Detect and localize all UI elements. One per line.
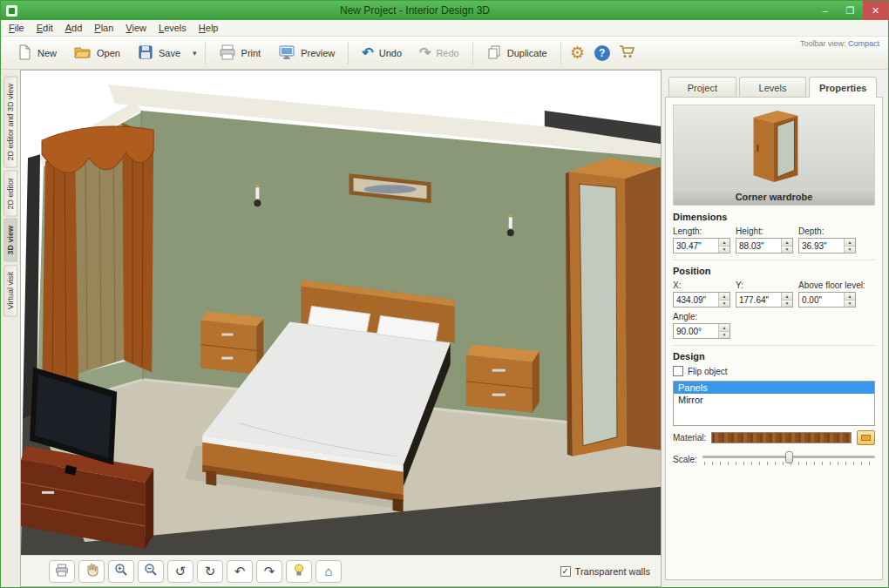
x-label: X: <box>673 280 730 290</box>
corner-wardrobe[interactable] <box>566 158 661 456</box>
pan-button[interactable] <box>78 560 105 583</box>
duplicate-button[interactable]: Duplicate <box>478 41 556 65</box>
afl-spin-down[interactable]: ▼ <box>845 300 855 308</box>
save-button[interactable]: Save <box>129 41 189 65</box>
main-toolbar: New Open Save ▾ Print Preview <box>1 37 888 70</box>
open-button[interactable]: Open <box>65 42 129 64</box>
tab-project[interactable]: Project <box>668 77 736 98</box>
store-button[interactable] <box>614 41 639 65</box>
gear-icon: ⚙ <box>570 43 585 63</box>
list-item-panels[interactable]: Panels <box>674 382 874 394</box>
viewport: ↺ ↻ ↶ ↷ ⌂ <box>20 70 662 587</box>
toolbar-view-link[interactable]: Compact <box>848 39 879 48</box>
nightstand-left[interactable] <box>200 311 263 374</box>
rotate-right-button[interactable]: ↻ <box>197 560 223 583</box>
zoom-out-button[interactable] <box>138 560 164 583</box>
orbit-right-icon: ↷ <box>264 564 275 579</box>
menu-levels[interactable]: Levels <box>153 21 193 35</box>
hand-icon <box>85 563 98 579</box>
redo-button[interactable]: ↷ Redo <box>411 43 468 64</box>
length-input[interactable] <box>674 239 718 253</box>
material-swatch[interactable] <box>711 432 852 443</box>
x-spin-down[interactable]: ▼ <box>719 300 730 308</box>
angle-label: Angle: <box>673 312 730 321</box>
help-button[interactable]: ? <box>590 41 614 65</box>
y-label: Y: <box>736 280 793 290</box>
depth-spin-up[interactable]: ▲ <box>845 239 855 246</box>
undo-button[interactable]: ↶ Undo <box>353 43 411 64</box>
toolbar-separator <box>560 42 561 64</box>
angle-spin-up[interactable]: ▲ <box>719 324 730 331</box>
minimize-button[interactable]: – <box>812 1 838 20</box>
length-spin-up[interactable]: ▲ <box>719 239 730 246</box>
tab-properties[interactable]: Properties <box>809 77 877 98</box>
properties-panel: Corner wardrobe Dimensions Length: ▲▼ <box>665 97 883 580</box>
duplicate-pages-icon <box>486 44 502 62</box>
light-bulb-icon <box>292 563 306 579</box>
save-dropdown-arrow[interactable]: ▾ <box>189 45 200 61</box>
orbit-left-button[interactable]: ↶ <box>227 560 253 583</box>
slider-thumb[interactable] <box>785 451 793 463</box>
y-spin-up[interactable]: ▲ <box>782 293 792 300</box>
transparent-walls-checkbox[interactable]: ✓ <box>560 566 571 577</box>
angle-input[interactable] <box>674 324 718 338</box>
toolbar-separator <box>472 42 473 64</box>
depth-spin-down[interactable]: ▼ <box>845 246 855 253</box>
nightstand-right[interactable] <box>466 345 540 413</box>
print-button[interactable]: Print <box>210 41 270 65</box>
angle-spin-down[interactable]: ▼ <box>719 331 730 339</box>
tab-levels[interactable]: Levels <box>739 77 807 98</box>
toolbar-view-setting: Toolbar view: Compact <box>800 39 879 48</box>
toolbar-separator <box>205 42 206 64</box>
3d-scene <box>21 71 661 555</box>
menu-plan[interactable]: Plan <box>88 21 119 35</box>
transparent-walls-option[interactable]: ✓ Transparent walls <box>560 566 650 577</box>
app-window: New Project - Interior Design 3D – ❐ ✕ F… <box>0 0 889 588</box>
y-input[interactable] <box>736 293 781 307</box>
maximize-button[interactable]: ❐ <box>838 1 863 20</box>
afl-spin-up[interactable]: ▲ <box>845 293 855 300</box>
x-spin-up[interactable]: ▲ <box>719 293 730 300</box>
menu-edit[interactable]: Edit <box>31 21 59 35</box>
menu-add[interactable]: Add <box>59 21 89 35</box>
flip-object-checkbox[interactable] <box>673 366 683 376</box>
flip-object-option[interactable]: Flip object <box>673 366 875 376</box>
depth-input[interactable] <box>799 239 844 253</box>
tab-2d-editor[interactable]: 2D editor <box>3 171 17 217</box>
design-section: Design Flip object Panels Mirror Materia… <box>673 345 875 469</box>
preview-button[interactable]: Preview <box>269 41 343 65</box>
orbit-right-button[interactable]: ↷ <box>256 560 282 583</box>
close-button[interactable]: ✕ <box>863 1 888 20</box>
rotate-left-button[interactable]: ↺ <box>167 560 193 583</box>
curtains[interactable] <box>42 123 153 399</box>
height-input[interactable] <box>736 239 781 253</box>
settings-button[interactable]: ⚙ <box>566 41 590 65</box>
window-title: New Project - Interior Design 3D <box>17 4 812 17</box>
lighting-button[interactable] <box>286 560 312 583</box>
scale-slider[interactable] <box>702 449 875 469</box>
home-view-button[interactable]: ⌂ <box>316 560 342 583</box>
tab-2d-editor-and-3d-view[interactable]: 2D editor and 3D view <box>3 77 17 168</box>
print-view-button[interactable] <box>49 560 75 583</box>
x-input[interactable] <box>674 293 718 307</box>
length-spin-down[interactable]: ▼ <box>719 246 730 253</box>
menu-bar: File Edit Add Plan View Levels Help <box>1 20 888 37</box>
list-item-mirror[interactable]: Mirror <box>674 394 874 406</box>
above-floor-level-input[interactable] <box>799 293 844 307</box>
menu-view[interactable]: View <box>119 21 153 35</box>
save-disk-icon <box>138 44 153 62</box>
height-spin-down[interactable]: ▼ <box>782 246 792 253</box>
printer-icon <box>55 564 69 579</box>
zoom-in-button[interactable] <box>108 560 134 583</box>
material-browse-button[interactable] <box>857 430 875 445</box>
menu-help[interactable]: Help <box>193 21 225 35</box>
height-spin-up[interactable]: ▲ <box>782 239 792 246</box>
folder-icon <box>861 435 871 441</box>
y-spin-down[interactable]: ▼ <box>782 300 792 308</box>
object-preview: Corner wardrobe <box>673 105 875 206</box>
tab-virtual-visit[interactable]: Virtual visit <box>3 265 17 316</box>
3d-canvas[interactable] <box>21 71 661 555</box>
menu-file[interactable]: File <box>3 21 31 35</box>
tab-3d-view[interactable]: 3D view <box>3 219 17 262</box>
new-button[interactable]: New <box>8 41 65 65</box>
